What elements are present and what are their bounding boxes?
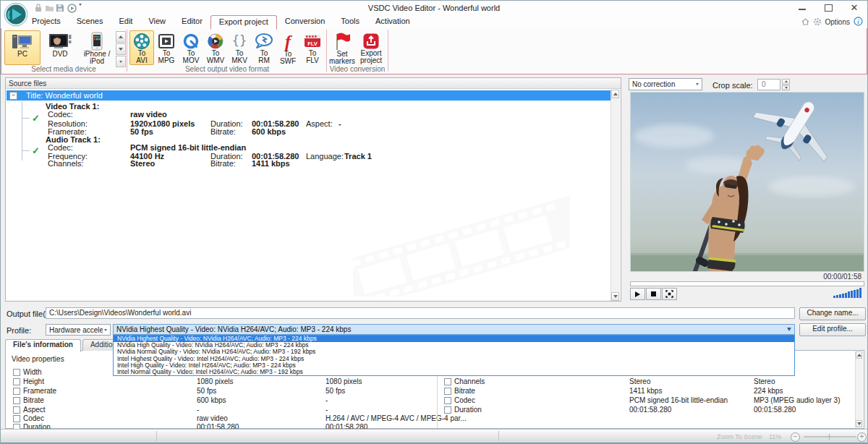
tab-files-information[interactable]: File's information [5,339,81,352]
menu-tab-export-project[interactable]: Export project [210,15,277,30]
prop-audio-codec-label: Codec [454,396,475,404]
profile-option-4[interactable]: Intel Highest Quality - Video: Intel H26… [114,356,794,362]
info-scrollbar[interactable] [855,351,863,427]
menu-tab-edit[interactable]: Edit [111,15,140,28]
video-framerate-value: 50 fps [130,127,153,136]
format-mkv-button[interactable]: {} ToMKV [227,30,252,65]
fullscreen-button[interactable] [662,288,677,300]
width-checkbox[interactable] [13,369,20,376]
audio-channels-label: Channels: [48,159,84,168]
menu-tab-view[interactable]: View [140,15,174,28]
format-mov-button[interactable]: ToMOV [179,30,203,65]
device-iphone-button[interactable]: iPhone / iPod [78,30,116,65]
title-bar: VSDC Video Editor - Wonderful world ✕ [1,1,867,15]
audio-language-value: Track 1 [344,152,372,161]
zoom-in-icon[interactable]: + [857,432,867,442]
profile-option-5[interactable]: Intel High Quality - Video: Intel H264/A… [114,362,794,369]
audio-bitrate-label: Bitrate: [210,159,236,168]
prop-audio-bitrate-output: 224 kbps [754,387,783,395]
device-group-scroller [116,31,124,68]
profile-option-2[interactable]: NVidia High Quality - Video: NVidia H264… [114,342,794,349]
audio-channels-value: Stereo [130,159,155,168]
change-name-button[interactable]: Change name... [799,307,866,320]
format-swf-button[interactable]: f ToSWF [276,30,300,65]
device-pc-label: PC [17,51,27,58]
zoom-out-icon[interactable]: − [791,432,800,442]
profile-option-6[interactable]: Intel Normal Quality - Video: Intel H264… [114,369,794,375]
iphone-icon [91,32,103,51]
maximize-button[interactable] [818,2,838,14]
device-scroll-up-icon[interactable] [116,31,126,43]
format-mpg-button[interactable]: ToMPG [154,30,179,65]
profile-option-1[interactable]: NVidia Highest Quality - Video: NVidia H… [114,336,794,342]
export-project-button[interactable]: Exportproject [356,30,386,65]
export-project-icon [362,32,380,50]
format-flv-button[interactable]: FLV ToFLV [300,30,325,65]
video-codec-label: Codec: [48,110,73,119]
close-button[interactable]: ✕ [844,2,864,14]
edit-profile-button[interactable]: Edit profile... [799,323,866,336]
chevron-down-icon [696,83,699,85]
preview-timecode: 00:00/01:58 [823,273,861,281]
prop-channels-label: Channels [454,377,485,385]
menu-tab-activation[interactable]: Activation [367,15,418,28]
zoom-slider[interactable] [804,436,856,437]
window-title: VSDC Video Editor - Wonderful world [1,4,867,12]
minimize-button[interactable] [792,2,812,14]
collapse-icon[interactable]: − [9,92,17,100]
pc-icon [12,32,33,51]
device-scroll-down-icon[interactable] [116,43,126,55]
channels-checkbox[interactable] [444,378,451,385]
scroll-down-icon[interactable] [611,292,619,301]
stepper-down-icon[interactable] [782,85,790,91]
options-label[interactable]: Options [825,18,850,26]
correction-value: No correction [632,80,675,88]
source-title-row[interactable]: − Title: Wonderful world [7,90,611,101]
device-pc-button[interactable]: PC [4,30,41,65]
device-dvd-button[interactable]: DVD [42,30,78,65]
prop-width-label: Width [23,368,42,376]
scroll-up-icon[interactable] [611,90,619,98]
prop-audio-duration-label: Duration [454,406,482,414]
preview-progress-bar[interactable] [630,281,864,286]
audio-duration-checkbox[interactable] [444,406,451,414]
output-file-input[interactable]: C:\Users\Design\Videos\Wonderful world.a… [46,307,795,319]
info-icon[interactable]: i [854,17,863,27]
stop-button[interactable] [646,288,661,300]
menu-tab-conversion[interactable]: Conversion [277,15,333,28]
audio-bitrate-checkbox[interactable] [444,388,451,395]
menu-tab-projects[interactable]: Projects [24,15,69,28]
format-avi-button[interactable]: ToAVI [129,30,154,65]
profile-option-3[interactable]: NVidia Normal Quality - Video: NVidia H2… [114,349,794,355]
scroll-down-icon[interactable] [856,420,862,427]
audio-bitrate-value: 1411 kbps [252,159,290,168]
set-markers-label: markers [329,57,355,65]
codec-checkbox[interactable] [13,415,20,422]
menu-tab-tools[interactable]: Tools [333,15,367,28]
crop-scale-stepper[interactable] [782,79,790,90]
set-markers-button[interactable]: Setmarkers [328,30,356,65]
format-wmv-button[interactable]: ToWMV [203,30,228,65]
format-mpg-label: MPG [158,56,175,64]
gear-icon[interactable] [813,17,822,27]
device-profile-select[interactable]: Hardware accelerated [46,324,111,336]
format-flv-label: FLV [306,56,319,64]
menu-tab-editor[interactable]: Editor [174,15,210,28]
stepper-up-icon[interactable] [782,79,790,85]
video-preview-frame[interactable] [630,92,864,272]
avi-icon [133,32,150,50]
zoom-scene-value: 11% [769,433,781,440]
source-scrollbar[interactable] [610,90,620,301]
format-rm-button[interactable]: ToRM [252,30,276,65]
crop-scale-input[interactable]: 0 [757,79,780,90]
audio-codec-checkbox[interactable] [444,397,451,404]
prop-audio-bitrate-source: 1411 kbps [629,387,662,395]
menu-tab-scenes[interactable]: Scenes [69,15,111,28]
play-button[interactable] [630,288,645,300]
scroll-up-icon[interactable] [856,351,862,359]
volume-level-icon[interactable] [833,288,861,298]
home-icon[interactable] [801,18,809,27]
profile-combo[interactable]: NVidia Highest Quality - Video: NVidia H… [113,324,795,335]
video-aspect-value: - [339,119,341,128]
correction-select[interactable]: No correction [629,78,702,90]
